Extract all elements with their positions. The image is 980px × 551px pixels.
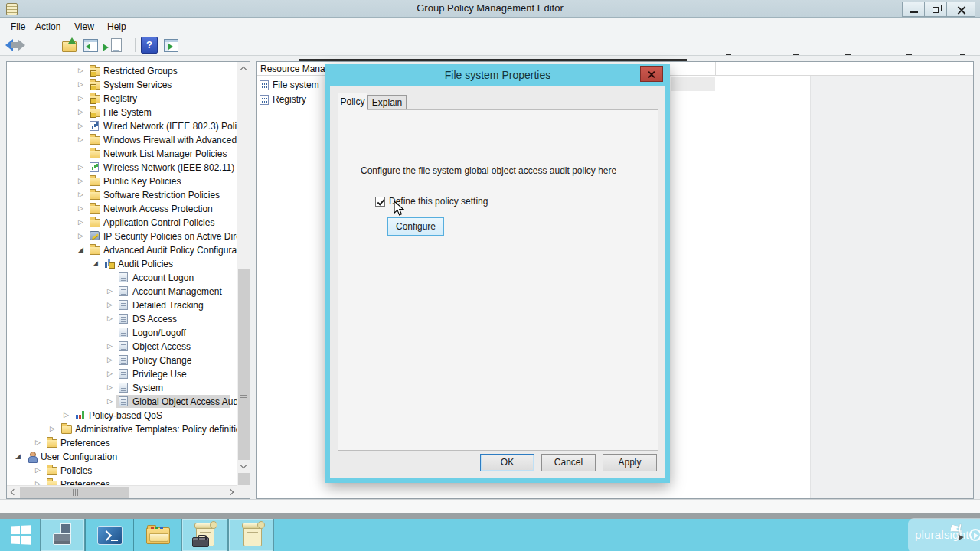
expander-collapsed-icon[interactable]: ▷ <box>78 163 83 171</box>
tree-item-global-object-access-auditi[interactable]: ▷Global Object Access Auditi <box>7 395 250 409</box>
tree-item-ip-security-policies-on-active-direct[interactable]: ▷IP Security Policies on Active Direct <box>7 230 250 243</box>
expander-expanded-icon[interactable]: ◢ <box>78 246 83 253</box>
restore-icon <box>933 7 939 13</box>
audit-icon <box>119 355 128 365</box>
expander-collapsed-icon[interactable]: ▷ <box>78 232 83 240</box>
tree-item-policy-change[interactable]: ▷Policy Change <box>7 354 250 367</box>
tree-item-wireless-network-ieee-802-11-poli[interactable]: ▷Wireless Network (IEEE 802.11) Poli <box>7 161 250 174</box>
tree-item-network-access-protection[interactable]: ▷Network Access Protection <box>7 202 250 216</box>
net-wireless-icon <box>90 162 99 172</box>
menu-bar: FileActionViewHelp <box>0 18 980 34</box>
scroll-thumb[interactable] <box>20 487 129 498</box>
tree-vertical-scrollbar[interactable] <box>237 62 250 486</box>
dialog-close-button[interactable] <box>640 66 663 82</box>
tree-item-account-management[interactable]: ▷Account Management <box>7 285 250 298</box>
taskbar-start-button[interactable] <box>0 519 40 551</box>
tree-item-ds-access[interactable]: ▷DS Access <box>7 312 250 326</box>
expander-collapsed-icon[interactable]: ▷ <box>50 425 55 432</box>
expander-collapsed-icon[interactable]: ▷ <box>107 356 113 364</box>
artifact-dash <box>726 54 731 55</box>
cancel-button[interactable]: Cancel <box>541 454 596 471</box>
tree-item-restricted-groups[interactable]: ▷Restricted Groups <box>7 64 250 78</box>
restore-button[interactable] <box>924 2 947 17</box>
folder-icon <box>90 219 100 227</box>
tree-item-preferences[interactable]: ▷Preferences <box>7 436 250 450</box>
configure-button[interactable]: Configure <box>387 217 444 236</box>
expander-collapsed-icon[interactable]: ▷ <box>78 218 83 226</box>
define-policy-checkbox[interactable] <box>375 197 385 207</box>
menu-action[interactable]: Action <box>32 20 64 34</box>
expander-collapsed-icon[interactable]: ▷ <box>107 315 113 322</box>
tree-item-logon-logoff[interactable]: Logon/Logoff <box>7 326 250 340</box>
tree-item-privilege-use[interactable]: ▷Privilege Use <box>7 367 250 381</box>
tree-item-label: User Configuration <box>41 452 117 462</box>
tree-item-system[interactable]: ▷System <box>7 381 250 395</box>
menu-help[interactable]: Help <box>104 20 129 34</box>
tree-item-administrative-templates-policy-definitio[interactable]: ▷Administrative Templates: Policy defini… <box>7 422 250 436</box>
tree-item-wired-network-ieee-802-3-policies[interactable]: ▷Wired Network (IEEE 802.3) Policies <box>7 119 250 133</box>
tree-item-policy-based-qos[interactable]: ▷Policy-based QoS <box>7 409 250 422</box>
help-icon[interactable]: ? <box>141 37 158 54</box>
expander-collapsed-icon[interactable]: ▷ <box>78 204 83 212</box>
list-item-label: File system <box>273 80 319 90</box>
menu-view[interactable]: View <box>71 20 97 34</box>
taskbar-gp-management[interactable] <box>181 519 228 551</box>
tree-item-software-restriction-policies[interactable]: ▷Software Restriction Policies <box>7 188 250 202</box>
tree-item-windows-firewall-with-advanced-s[interactable]: ▷Windows Firewall with Advanced S <box>7 133 250 147</box>
expander-collapsed-icon[interactable]: ▷ <box>78 94 83 102</box>
expander-collapsed-icon[interactable]: ▷ <box>78 122 83 129</box>
tree-item-user-configuration[interactable]: ◢User Configuration <box>7 450 250 464</box>
scroll-up-button[interactable] <box>237 62 250 75</box>
expander-collapsed-icon[interactable]: ▷ <box>35 466 41 474</box>
expander-collapsed-icon[interactable]: ▷ <box>107 301 113 308</box>
tree-item-public-key-policies[interactable]: ▷Public Key Policies <box>7 174 250 188</box>
qos-icon <box>75 410 86 420</box>
tree-item-application-control-policies[interactable]: ▷Application Control Policies <box>7 216 250 230</box>
apply-button[interactable]: Apply <box>603 454 657 471</box>
expander-collapsed-icon[interactable]: ▷ <box>78 177 83 184</box>
tree-item-system-services[interactable]: ▷System Services <box>7 78 250 92</box>
expander-collapsed-icon[interactable]: ▷ <box>78 191 83 198</box>
tree-horizontal-scrollbar[interactable] <box>7 485 238 498</box>
expander-collapsed-icon[interactable]: ▷ <box>107 397 113 405</box>
expander-collapsed-icon[interactable]: ▷ <box>64 411 69 419</box>
expander-collapsed-icon[interactable]: ▷ <box>78 108 83 116</box>
taskbar-gp-editor[interactable] <box>228 519 274 551</box>
expander-collapsed-icon[interactable]: ▷ <box>107 370 113 377</box>
expander-collapsed-icon[interactable]: ▷ <box>107 287 113 295</box>
tab-policy[interactable]: Policy <box>338 93 368 110</box>
expander-collapsed-icon[interactable]: ▷ <box>78 67 83 74</box>
desktop: Group Policy Management Editor FileActio… <box>0 0 980 551</box>
tree-item-registry[interactable]: ▷Registry <box>7 92 250 106</box>
tree-item-detailed-tracking[interactable]: ▷Detailed Tracking <box>7 298 250 312</box>
tree-item-audit-policies[interactable]: ◢Audit Policies <box>7 257 250 271</box>
tree-item-policies[interactable]: ▷Policies <box>7 464 250 478</box>
minimize-icon <box>910 11 918 13</box>
tree-item-account-logon[interactable]: Account Logon <box>7 271 250 285</box>
scroll-left-button[interactable] <box>7 486 20 499</box>
tree-item-file-system[interactable]: ▷File System <box>7 106 250 119</box>
expander-collapsed-icon[interactable]: ▷ <box>78 80 83 88</box>
tree-item-label: Preferences <box>60 438 110 448</box>
expander-collapsed-icon[interactable]: ▷ <box>35 439 41 446</box>
audit-icon <box>119 341 128 351</box>
expander-expanded-icon[interactable]: ◢ <box>93 259 98 267</box>
close-button[interactable] <box>946 2 975 17</box>
tab-explain[interactable]: Explain <box>368 95 407 110</box>
minimize-button[interactable] <box>902 2 925 17</box>
tree-item-network-list-manager-policies[interactable]: Network List Manager Policies <box>7 147 250 161</box>
expander-collapsed-icon[interactable]: ▷ <box>107 342 113 350</box>
scroll-down-button[interactable] <box>237 460 250 473</box>
column-divider[interactable] <box>715 62 716 76</box>
tree-item-advanced-audit-policy-configurati[interactable]: ◢Advanced Audit Policy Configurati <box>7 243 250 257</box>
tree-item-object-access[interactable]: ▷Object Access <box>7 340 250 354</box>
taskbar-server-manager[interactable] <box>40 519 85 551</box>
folder-icon <box>90 246 100 255</box>
expander-collapsed-icon[interactable]: ▷ <box>78 135 83 143</box>
menu-file[interactable]: File <box>8 20 28 34</box>
taskbar-file-explorer[interactable] <box>133 519 181 551</box>
ok-button[interactable]: OK <box>480 454 534 471</box>
expander-collapsed-icon[interactable]: ▷ <box>107 383 113 391</box>
taskbar-powershell[interactable] <box>85 519 133 551</box>
expander-expanded-icon[interactable]: ◢ <box>15 452 21 460</box>
